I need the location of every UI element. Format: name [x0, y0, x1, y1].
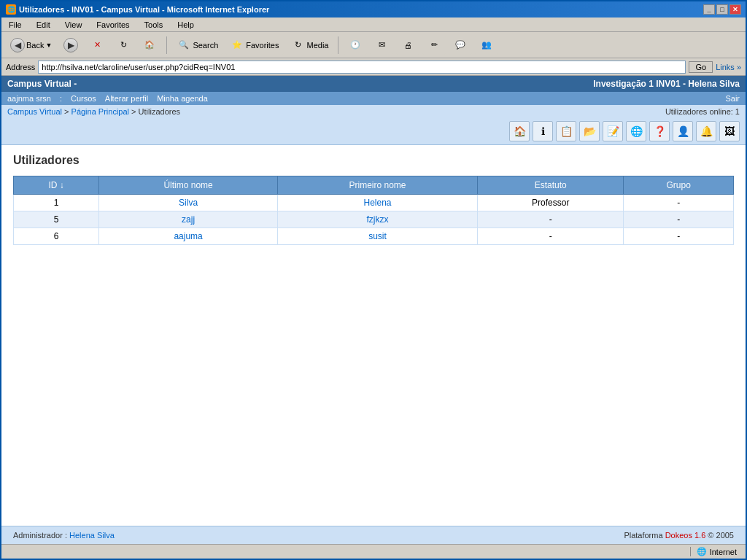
- last-name-link[interactable]: Silva: [179, 198, 198, 208]
- discuss-icon: 💬: [453, 38, 468, 52]
- forward-arrow-icon: ▶: [63, 38, 78, 52]
- minimize-button[interactable]: _: [703, 4, 715, 15]
- go-button[interactable]: Go: [689, 61, 713, 73]
- back-arrow-icon: ◀: [10, 38, 25, 52]
- cell-first-name: susit: [277, 228, 477, 245]
- col-status[interactable]: Estatuto: [478, 176, 624, 195]
- menu-file[interactable]: File: [6, 20, 25, 30]
- nav-alterar-perfil[interactable]: Alterar perfil: [105, 94, 148, 103]
- footer-admin-link[interactable]: Helena Silva: [69, 531, 115, 540]
- last-name-link[interactable]: aajuma: [174, 231, 202, 241]
- table-row: 6 aajuma susit - -: [14, 228, 734, 245]
- first-name-link[interactable]: susit: [368, 231, 387, 241]
- favorites-button[interactable]: ⭐ Favorites: [225, 36, 283, 55]
- print-button[interactable]: 🖨: [396, 36, 419, 55]
- menu-view[interactable]: View: [62, 20, 85, 30]
- cv-header: Campus Virtual - Investigação 1 INV01 - …: [1, 76, 746, 92]
- forward-button[interactable]: ▶: [59, 36, 82, 55]
- page-content: Campus Virtual - Investigação 1 INV01 - …: [1, 76, 746, 544]
- status-zone: 🌐 Internet: [690, 547, 743, 556]
- cell-status: -: [478, 228, 624, 245]
- table-row: 1 Silva Helena Professor -: [14, 195, 734, 211]
- cell-group: -: [624, 211, 734, 228]
- breadcrumb-campus[interactable]: Campus Virtual: [7, 107, 62, 116]
- refresh-button[interactable]: ↻: [112, 36, 135, 55]
- stop-button[interactable]: ✕: [85, 36, 109, 55]
- discuss-button[interactable]: 💬: [449, 36, 472, 55]
- menu-favorites[interactable]: Favorites: [93, 20, 132, 30]
- col-last-name[interactable]: Último nome: [99, 176, 278, 195]
- toolbar-separator-2: [338, 36, 338, 54]
- nav-cursos[interactable]: Cursos: [71, 94, 96, 103]
- page-icons-bar: 🏠 ℹ 📋 📂 📝 🌐 ❓ 👤 🔔 🖼: [1, 118, 746, 145]
- icon-globe[interactable]: 🌐: [626, 121, 646, 141]
- col-status-link[interactable]: Estatuto: [535, 180, 567, 190]
- links-button[interactable]: Links »: [716, 63, 741, 71]
- window-title: Utilizadores - INV01 - Campus Virtual - …: [19, 5, 269, 14]
- address-input[interactable]: [38, 61, 686, 74]
- edit-button[interactable]: ✏: [422, 36, 446, 55]
- cell-last-name: zajj: [99, 211, 278, 228]
- main-content: Utilizadores ID ↓ Último nome: [1, 145, 746, 526]
- icon-home[interactable]: 🏠: [509, 121, 530, 141]
- zone-icon: 🌐: [697, 547, 707, 556]
- favorites-star-icon: ⭐: [230, 38, 244, 52]
- col-id[interactable]: ID ↓: [14, 176, 99, 195]
- ie-toolbar: ◀ Back ▼ ▶ ✕ ↻ 🏠 🔍 Search ⭐ Favorites ↻ …: [1, 32, 746, 58]
- cv-footer: Administrador : Helena Silva Plataforma …: [1, 526, 746, 544]
- mail-icon: ✉: [374, 38, 389, 52]
- cell-group: -: [624, 228, 734, 245]
- search-button[interactable]: 🔍 Search: [172, 36, 222, 55]
- first-name-link[interactable]: Helena: [363, 198, 391, 208]
- maximize-button[interactable]: □: [716, 4, 728, 15]
- icon-notes[interactable]: 📝: [603, 121, 623, 141]
- icon-user[interactable]: 👤: [673, 121, 693, 141]
- users-table: ID ↓ Último nome Primeiro nome: [13, 176, 734, 245]
- online-count: Utilizadores online: 1: [665, 107, 740, 116]
- cell-last-name: Silva: [99, 195, 278, 211]
- print-icon: 🖨: [400, 38, 415, 52]
- icon-image[interactable]: 🖼: [719, 121, 740, 141]
- footer-platform: Plataforma Dokeos 1.6 © 2005: [624, 531, 734, 540]
- media-button[interactable]: ↻ Media: [287, 36, 333, 55]
- icon-help[interactable]: ❓: [649, 121, 670, 141]
- title-bar: 🌐 Utilizadores - INV01 - Campus Virtual …: [1, 1, 746, 18]
- messenger-icon: 👥: [479, 38, 494, 52]
- menu-edit[interactable]: Edit: [34, 20, 53, 30]
- history-button[interactable]: 🕐: [344, 36, 367, 55]
- breadcrumb-pagina[interactable]: Página Principal: [71, 107, 130, 116]
- footer-platform-link[interactable]: Dokeos 1.6: [665, 531, 708, 540]
- back-button[interactable]: ◀ Back ▼: [6, 36, 56, 55]
- home-icon: 🏠: [142, 38, 157, 52]
- col-group[interactable]: Grupo: [624, 176, 734, 195]
- cv-nav-left: aajnma srsn : Cursos Alterar perfil Minh…: [7, 94, 208, 103]
- cell-first-name: fzjkzx: [277, 211, 477, 228]
- menu-help[interactable]: Help: [174, 20, 197, 30]
- messenger-button[interactable]: 👥: [475, 36, 498, 55]
- col-first-name[interactable]: Primeiro nome: [277, 176, 477, 195]
- icon-bell[interactable]: 🔔: [696, 121, 716, 141]
- cv-brand: Campus Virtual -: [7, 79, 77, 89]
- toolbar-separator: [166, 36, 167, 54]
- col-id-link[interactable]: ID ↓: [48, 180, 63, 190]
- nav-minha-agenda[interactable]: Minha agenda: [157, 94, 208, 103]
- home-button[interactable]: 🏠: [138, 36, 161, 55]
- sair-button[interactable]: Sair: [725, 94, 740, 103]
- app-icon: 🌐: [6, 4, 16, 15]
- icon-docs[interactable]: 📋: [556, 121, 576, 141]
- col-first-name-link[interactable]: Primeiro nome: [349, 180, 406, 190]
- col-group-link[interactable]: Grupo: [667, 180, 691, 190]
- cell-id: 6: [14, 228, 99, 245]
- close-button[interactable]: ✕: [729, 4, 741, 15]
- mail-button[interactable]: ✉: [370, 36, 393, 55]
- table-row: 5 zajj fzjkzx - -: [14, 211, 734, 228]
- icon-folder[interactable]: 📂: [579, 121, 600, 141]
- col-last-name-link[interactable]: Último nome: [163, 180, 212, 190]
- icon-info[interactable]: ℹ: [533, 121, 553, 141]
- first-name-link[interactable]: fzjkzx: [366, 214, 388, 225]
- last-name-link[interactable]: zajj: [182, 214, 195, 225]
- cell-last-name: aajuma: [99, 228, 278, 245]
- menu-bar: File Edit View Favorites Tools Help: [1, 18, 746, 32]
- menu-tools[interactable]: Tools: [142, 20, 166, 30]
- cell-first-name: Helena: [277, 195, 477, 211]
